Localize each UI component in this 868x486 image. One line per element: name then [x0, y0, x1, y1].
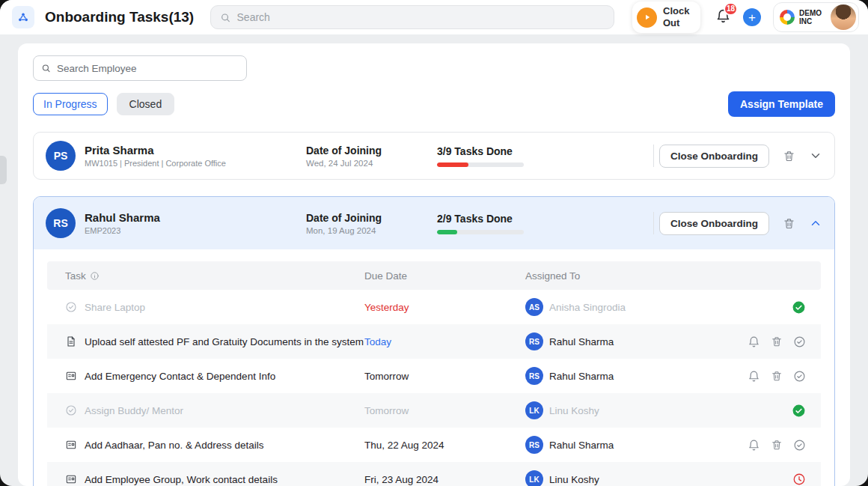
form-icon — [65, 439, 77, 451]
task-table-header: Task Due Date Assigned To — [47, 261, 821, 290]
employee-card-header[interactable]: PS Prita Sharma MW1015 | President | Cor… — [34, 133, 834, 179]
tab-in-progress[interactable]: In Progress — [33, 93, 108, 115]
assignee-avatar: RS — [525, 367, 543, 385]
employee-meta: MW1015 | President | Corporate Office — [85, 159, 226, 168]
employee-card-rahul: RS Rahul Sharma EMP2023 Date of Joining … — [33, 196, 835, 486]
notification-badge: 18 — [724, 2, 738, 16]
app-window: Onboarding Tasks(13) Clock Out 18 + — [0, 0, 868, 486]
task-row: Upload self attested PF and Gratuity Doc… — [47, 324, 821, 359]
chevron-down-icon[interactable] — [809, 149, 822, 162]
assignee-name: Rahul Sharma — [549, 440, 614, 451]
tasks-done-label: 2/9 Tasks Done — [437, 213, 653, 225]
reminder-bell-icon[interactable] — [748, 370, 760, 383]
completed-check-icon[interactable] — [792, 300, 806, 315]
column-assigned-to: Assigned To — [525, 270, 701, 282]
reminder-bell-icon[interactable] — [748, 335, 760, 348]
assignee-name: Linu Koshy — [549, 474, 599, 485]
tab-closed[interactable]: Closed — [117, 93, 175, 115]
task-name: Add Employee Group, Work contact details — [85, 474, 278, 485]
task-row: Share Laptop Yesterday AS Anisha Singrod… — [47, 290, 821, 324]
delete-task-icon[interactable] — [771, 439, 783, 451]
completed-check-icon[interactable] — [792, 404, 806, 418]
task-row: Add Employee Group, Work contact details… — [47, 462, 821, 486]
assignee-avatar: AS — [525, 298, 543, 316]
due-date: Tomorrow — [364, 371, 525, 382]
mark-done-icon[interactable] — [793, 370, 806, 383]
task-row: Add Aadhaar, Pan no. & Address details T… — [47, 428, 821, 462]
notifications-button[interactable]: 18 — [715, 8, 731, 27]
task-table: Task Due Date Assigned To Share Laptop — [47, 261, 821, 486]
assignee-name: Anisha Singrodia — [549, 302, 626, 313]
task-row: Assign Buddy/ Mentor Tomorrow LK Linu Ko… — [47, 393, 821, 428]
due-date: Thu, 22 Aug 2024 — [364, 440, 525, 451]
delete-task-icon[interactable] — [771, 370, 783, 382]
due-date: Today — [364, 336, 525, 347]
clock-out-label: Clock Out — [663, 5, 693, 28]
employee-name: Prita Sharma — [85, 144, 226, 157]
global-search[interactable] — [210, 5, 614, 29]
company-logo-icon — [780, 10, 795, 25]
search-icon — [220, 12, 230, 23]
assignee-name: Rahul Sharma — [549, 336, 614, 347]
employee-card-header[interactable]: RS Rahul Sharma EMP2023 Date of Joining … — [34, 197, 834, 249]
employee-avatar: PS — [46, 141, 76, 171]
page-title: Onboarding Tasks(13) — [45, 9, 194, 25]
task-name: Upload self attested PF and Gratuity Doc… — [85, 336, 364, 347]
due-date: Tomorrow — [364, 405, 525, 416]
doj-label: Date of Joining — [306, 212, 437, 224]
info-icon[interactable] — [90, 271, 100, 281]
add-button[interactable]: + — [743, 8, 761, 26]
company-menu[interactable]: DEMO INC — [773, 2, 859, 32]
employee-card-prita: PS Prita Sharma MW1015 | President | Cor… — [33, 132, 835, 180]
assignee-avatar: RS — [525, 332, 543, 350]
progress-bar — [437, 162, 524, 167]
assignee-name: Linu Koshy — [549, 405, 599, 416]
app-logo-icon — [12, 6, 34, 28]
form-icon — [65, 473, 77, 485]
task-name: Add Aadhaar, Pan no. & Address details — [85, 440, 263, 451]
check-circle-icon — [65, 301, 77, 313]
employee-name: Rahul Sharma — [85, 211, 160, 224]
task-row: Add Emergency Contact & Dependent Info T… — [47, 359, 821, 393]
mark-done-icon[interactable] — [793, 335, 806, 348]
assignee-avatar: RS — [525, 436, 543, 454]
employee-search[interactable] — [33, 55, 247, 81]
employee-search-input[interactable] — [57, 63, 239, 74]
reminder-bell-icon[interactable] — [748, 439, 760, 452]
chevron-up-icon[interactable] — [809, 216, 822, 230]
assignee-avatar: LK — [525, 470, 543, 486]
task-name: Assign Buddy/ Mentor — [85, 405, 183, 416]
delete-icon[interactable] — [783, 150, 795, 162]
task-name: Share Laptop — [85, 302, 145, 313]
onboarding-panel: In Progress Closed Assign Template PS Pr… — [18, 43, 850, 486]
close-onboarding-button[interactable]: Close Onboarding — [659, 145, 769, 168]
doj-date: Wed, 24 Jul 2024 — [306, 159, 437, 168]
tasks-done-label: 3/9 Tasks Done — [437, 145, 653, 157]
clock-play-icon — [637, 7, 657, 28]
overdue-clock-icon — [792, 473, 806, 486]
search-icon — [41, 63, 51, 73]
due-date: Fri, 23 Aug 2024 — [364, 474, 525, 485]
global-search-input[interactable] — [237, 11, 605, 23]
company-name: DEMO INC — [799, 9, 826, 26]
employee-avatar: RS — [46, 208, 76, 238]
task-name: Add Emergency Contact & Dependent Info — [85, 371, 275, 382]
progress-bar — [437, 230, 524, 234]
assignee-avatar: LK — [525, 401, 543, 419]
close-onboarding-button[interactable]: Close Onboarding — [659, 212, 769, 235]
clock-out-button[interactable]: Clock Out — [632, 1, 700, 32]
column-task: Task — [65, 270, 86, 282]
user-avatar — [831, 4, 856, 30]
side-panel-handle[interactable] — [0, 156, 7, 184]
column-due-date: Due Date — [364, 270, 525, 282]
assign-template-button[interactable]: Assign Template — [728, 91, 835, 117]
delete-icon[interactable] — [783, 217, 795, 230]
filter-tabs: In Progress Closed Assign Template — [33, 91, 835, 117]
topbar: Onboarding Tasks(13) Clock Out 18 + — [0, 0, 868, 34]
assignee-name: Rahul Sharma — [549, 371, 614, 382]
delete-task-icon[interactable] — [771, 335, 783, 347]
form-icon — [65, 370, 77, 382]
mark-done-icon[interactable] — [793, 439, 806, 452]
document-icon — [65, 335, 77, 347]
employee-meta: EMP2023 — [85, 226, 160, 235]
